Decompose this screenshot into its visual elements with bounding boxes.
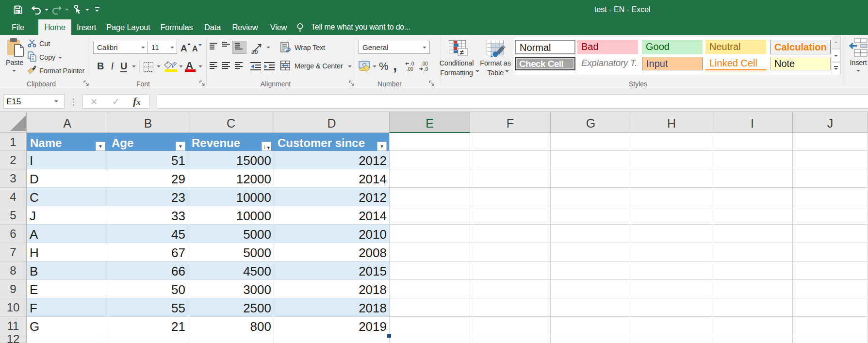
svg-text:.00: .00 <box>407 66 413 72</box>
svg-text:≠: ≠ <box>460 49 464 56</box>
svg-text:.0: .0 <box>424 66 428 72</box>
svg-text:.0: .0 <box>410 61 414 66</box>
svg-text:ab: ab <box>251 49 258 54</box>
svg-text:A: A <box>192 45 198 53</box>
svg-text:.00: .00 <box>421 61 428 66</box>
svg-text:A: A <box>180 43 187 53</box>
